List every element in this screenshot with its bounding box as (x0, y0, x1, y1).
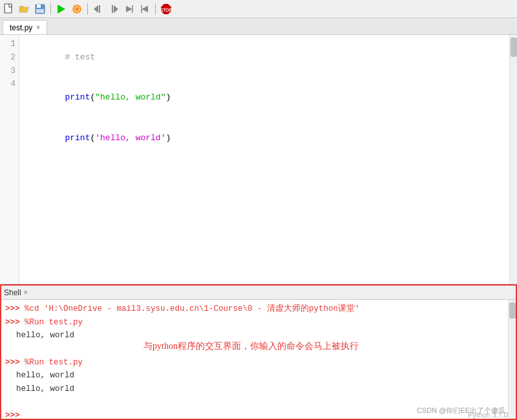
debug-icon[interactable] (70, 3, 83, 16)
svg-rect-1 (19, 6, 24, 7)
code-line-3: print('hello, world') (25, 118, 504, 158)
code-line-2: print("hello, world") (25, 78, 504, 118)
shell-output-2: hello, world (5, 369, 512, 383)
code-line-4 (25, 158, 504, 172)
stop-icon[interactable]: STOP (160, 3, 173, 16)
tab-test-py[interactable]: test.py × (3, 20, 47, 34)
shell-tab-label: Shell (4, 288, 21, 297)
shell-tab[interactable]: Shell × (4, 288, 28, 297)
svg-marker-17 (142, 6, 148, 12)
svg-rect-3 (37, 5, 41, 8)
step-over-icon[interactable] (123, 3, 136, 16)
python-version: Python 3.7.0 (468, 411, 508, 419)
tab-bar: test.py × (0, 18, 517, 35)
shell-scrollbar[interactable] (508, 300, 516, 419)
svg-rect-0 (5, 4, 12, 13)
code-content[interactable]: # test print("hello, world") print('hell… (19, 35, 509, 284)
main-area: 1 2 3 4 # test print("hello, world") pri… (0, 35, 517, 420)
svg-marker-15 (126, 6, 132, 12)
new-file-icon[interactable] (3, 3, 16, 16)
separator-3 (155, 3, 156, 15)
code-editor[interactable]: 1 2 3 4 # test print("hello, world") pri… (0, 35, 517, 284)
open-file-icon[interactable] (18, 3, 31, 16)
run-icon[interactable] (55, 3, 68, 16)
shell-output-3: hello, world (5, 383, 512, 396)
svg-marker-11 (94, 5, 98, 13)
svg-marker-13 (114, 5, 118, 13)
tab-label: test.py (10, 23, 32, 32)
editor-scrollbar-thumb[interactable] (511, 37, 517, 57)
svg-rect-14 (112, 5, 113, 13)
shell-annotation: 与python程序的交互界面，你输入的命令会马上被执行 (143, 339, 359, 353)
shell-panel: Shell × >>> %cd 'H:\OneDrive - mail3.sys… (0, 284, 517, 420)
separator-2 (87, 3, 88, 15)
shell-tab-bar: Shell × (1, 286, 516, 300)
save-icon[interactable] (34, 3, 47, 16)
svg-marker-5 (58, 5, 65, 14)
code-line-1: # test (25, 37, 504, 78)
shell-line-3: >>> %Run test.py (5, 356, 512, 370)
svg-rect-12 (99, 5, 100, 13)
svg-text:STOP: STOP (160, 8, 173, 12)
toolbar: STOP (0, 0, 517, 18)
step-out-icon[interactable] (138, 3, 151, 16)
step-back-icon[interactable] (92, 3, 105, 16)
shell-content[interactable]: >>> %cd 'H:\OneDrive - mail3.sysu.edu.cn… (1, 300, 516, 419)
shell-tab-close[interactable]: × (24, 289, 28, 296)
separator-1 (50, 3, 51, 15)
tab-close-icon[interactable]: × (36, 24, 40, 31)
svg-rect-4 (36, 9, 44, 13)
shell-scrollbar-thumb[interactable] (509, 302, 516, 319)
line-numbers: 1 2 3 4 (0, 35, 19, 284)
editor-scrollbar[interactable] (509, 35, 517, 284)
step-into-icon[interactable] (107, 3, 120, 16)
shell-line-2: >>> %Run test.py (5, 316, 512, 330)
shell-line-1: >>> %cd 'H:\OneDrive - mail3.sysu.edu.cn… (5, 302, 512, 316)
